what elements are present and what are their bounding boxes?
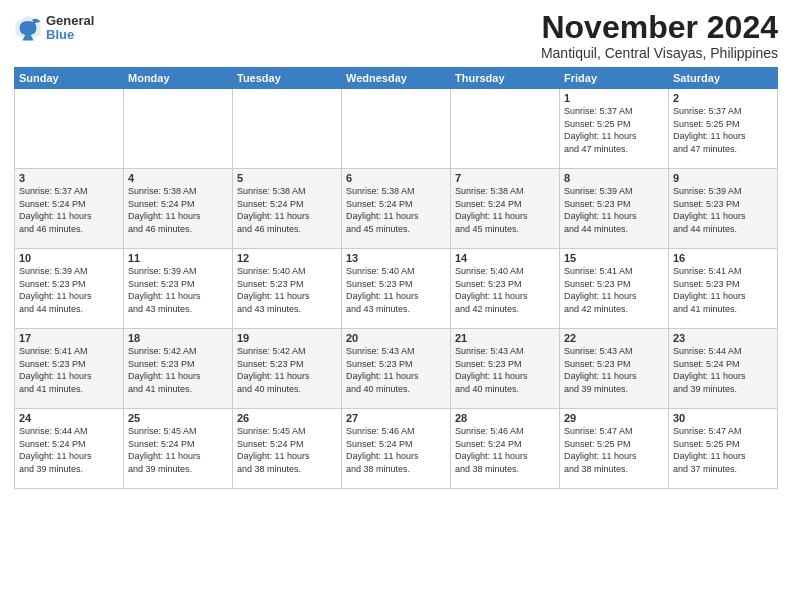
col-saturday: Saturday — [669, 68, 778, 89]
day-number: 11 — [128, 252, 228, 264]
table-row — [233, 89, 342, 169]
day-info: Sunrise: 5:43 AM Sunset: 5:23 PM Dayligh… — [346, 345, 446, 395]
day-info: Sunrise: 5:40 AM Sunset: 5:23 PM Dayligh… — [455, 265, 555, 315]
day-info: Sunrise: 5:37 AM Sunset: 5:25 PM Dayligh… — [673, 105, 773, 155]
day-info: Sunrise: 5:39 AM Sunset: 5:23 PM Dayligh… — [128, 265, 228, 315]
day-number: 16 — [673, 252, 773, 264]
day-number: 2 — [673, 92, 773, 104]
table-row: 30Sunrise: 5:47 AM Sunset: 5:25 PM Dayli… — [669, 409, 778, 489]
logo-general: General — [46, 14, 94, 28]
calendar-week-3: 10Sunrise: 5:39 AM Sunset: 5:23 PM Dayli… — [15, 249, 778, 329]
col-friday: Friday — [560, 68, 669, 89]
day-info: Sunrise: 5:45 AM Sunset: 5:24 PM Dayligh… — [128, 425, 228, 475]
table-row: 8Sunrise: 5:39 AM Sunset: 5:23 PM Daylig… — [560, 169, 669, 249]
day-number: 12 — [237, 252, 337, 264]
table-row: 29Sunrise: 5:47 AM Sunset: 5:25 PM Dayli… — [560, 409, 669, 489]
title-section: November 2024 Mantiquil, Central Visayas… — [541, 10, 778, 61]
day-number: 24 — [19, 412, 119, 424]
table-row: 1Sunrise: 5:37 AM Sunset: 5:25 PM Daylig… — [560, 89, 669, 169]
day-info: Sunrise: 5:38 AM Sunset: 5:24 PM Dayligh… — [237, 185, 337, 235]
table-row: 2Sunrise: 5:37 AM Sunset: 5:25 PM Daylig… — [669, 89, 778, 169]
month-title: November 2024 — [541, 10, 778, 45]
day-info: Sunrise: 5:44 AM Sunset: 5:24 PM Dayligh… — [19, 425, 119, 475]
table-row: 22Sunrise: 5:43 AM Sunset: 5:23 PM Dayli… — [560, 329, 669, 409]
day-number: 25 — [128, 412, 228, 424]
day-number: 8 — [564, 172, 664, 184]
day-info: Sunrise: 5:39 AM Sunset: 5:23 PM Dayligh… — [564, 185, 664, 235]
day-info: Sunrise: 5:38 AM Sunset: 5:24 PM Dayligh… — [346, 185, 446, 235]
logo-icon — [14, 14, 42, 42]
day-info: Sunrise: 5:43 AM Sunset: 5:23 PM Dayligh… — [564, 345, 664, 395]
table-row: 23Sunrise: 5:44 AM Sunset: 5:24 PM Dayli… — [669, 329, 778, 409]
table-row: 3Sunrise: 5:37 AM Sunset: 5:24 PM Daylig… — [15, 169, 124, 249]
day-number: 9 — [673, 172, 773, 184]
table-row: 12Sunrise: 5:40 AM Sunset: 5:23 PM Dayli… — [233, 249, 342, 329]
table-row — [342, 89, 451, 169]
day-info: Sunrise: 5:38 AM Sunset: 5:24 PM Dayligh… — [455, 185, 555, 235]
day-number: 19 — [237, 332, 337, 344]
day-number: 27 — [346, 412, 446, 424]
table-row: 16Sunrise: 5:41 AM Sunset: 5:23 PM Dayli… — [669, 249, 778, 329]
day-number: 14 — [455, 252, 555, 264]
day-info: Sunrise: 5:42 AM Sunset: 5:23 PM Dayligh… — [128, 345, 228, 395]
col-monday: Monday — [124, 68, 233, 89]
table-row: 9Sunrise: 5:39 AM Sunset: 5:23 PM Daylig… — [669, 169, 778, 249]
col-sunday: Sunday — [15, 68, 124, 89]
day-info: Sunrise: 5:45 AM Sunset: 5:24 PM Dayligh… — [237, 425, 337, 475]
day-number: 23 — [673, 332, 773, 344]
table-row: 4Sunrise: 5:38 AM Sunset: 5:24 PM Daylig… — [124, 169, 233, 249]
calendar-week-1: 1Sunrise: 5:37 AM Sunset: 5:25 PM Daylig… — [15, 89, 778, 169]
day-info: Sunrise: 5:40 AM Sunset: 5:23 PM Dayligh… — [237, 265, 337, 315]
table-row: 18Sunrise: 5:42 AM Sunset: 5:23 PM Dayli… — [124, 329, 233, 409]
day-number: 30 — [673, 412, 773, 424]
location-title: Mantiquil, Central Visayas, Philippines — [541, 45, 778, 61]
table-row — [124, 89, 233, 169]
table-row: 10Sunrise: 5:39 AM Sunset: 5:23 PM Dayli… — [15, 249, 124, 329]
day-info: Sunrise: 5:37 AM Sunset: 5:25 PM Dayligh… — [564, 105, 664, 155]
day-number: 18 — [128, 332, 228, 344]
day-number: 22 — [564, 332, 664, 344]
table-row: 7Sunrise: 5:38 AM Sunset: 5:24 PM Daylig… — [451, 169, 560, 249]
table-row: 13Sunrise: 5:40 AM Sunset: 5:23 PM Dayli… — [342, 249, 451, 329]
col-tuesday: Tuesday — [233, 68, 342, 89]
calendar-week-2: 3Sunrise: 5:37 AM Sunset: 5:24 PM Daylig… — [15, 169, 778, 249]
day-number: 15 — [564, 252, 664, 264]
calendar-week-5: 24Sunrise: 5:44 AM Sunset: 5:24 PM Dayli… — [15, 409, 778, 489]
day-number: 4 — [128, 172, 228, 184]
logo-blue: Blue — [46, 28, 94, 42]
table-row: 11Sunrise: 5:39 AM Sunset: 5:23 PM Dayli… — [124, 249, 233, 329]
day-number: 13 — [346, 252, 446, 264]
day-number: 21 — [455, 332, 555, 344]
day-number: 28 — [455, 412, 555, 424]
day-info: Sunrise: 5:44 AM Sunset: 5:24 PM Dayligh… — [673, 345, 773, 395]
day-info: Sunrise: 5:41 AM Sunset: 5:23 PM Dayligh… — [673, 265, 773, 315]
day-info: Sunrise: 5:42 AM Sunset: 5:23 PM Dayligh… — [237, 345, 337, 395]
table-row — [451, 89, 560, 169]
table-row — [15, 89, 124, 169]
table-row: 20Sunrise: 5:43 AM Sunset: 5:23 PM Dayli… — [342, 329, 451, 409]
day-info: Sunrise: 5:40 AM Sunset: 5:23 PM Dayligh… — [346, 265, 446, 315]
calendar-week-4: 17Sunrise: 5:41 AM Sunset: 5:23 PM Dayli… — [15, 329, 778, 409]
day-number: 7 — [455, 172, 555, 184]
table-row: 28Sunrise: 5:46 AM Sunset: 5:24 PM Dayli… — [451, 409, 560, 489]
day-info: Sunrise: 5:47 AM Sunset: 5:25 PM Dayligh… — [673, 425, 773, 475]
day-info: Sunrise: 5:38 AM Sunset: 5:24 PM Dayligh… — [128, 185, 228, 235]
calendar-table: Sunday Monday Tuesday Wednesday Thursday… — [14, 67, 778, 489]
day-number: 1 — [564, 92, 664, 104]
day-number: 26 — [237, 412, 337, 424]
day-info: Sunrise: 5:39 AM Sunset: 5:23 PM Dayligh… — [673, 185, 773, 235]
table-row: 25Sunrise: 5:45 AM Sunset: 5:24 PM Dayli… — [124, 409, 233, 489]
header: General Blue November 2024 Mantiquil, Ce… — [14, 10, 778, 61]
table-row: 27Sunrise: 5:46 AM Sunset: 5:24 PM Dayli… — [342, 409, 451, 489]
day-number: 5 — [237, 172, 337, 184]
table-row: 21Sunrise: 5:43 AM Sunset: 5:23 PM Dayli… — [451, 329, 560, 409]
logo: General Blue — [14, 14, 94, 43]
day-number: 29 — [564, 412, 664, 424]
table-row: 17Sunrise: 5:41 AM Sunset: 5:23 PM Dayli… — [15, 329, 124, 409]
day-number: 3 — [19, 172, 119, 184]
day-number: 17 — [19, 332, 119, 344]
day-info: Sunrise: 5:46 AM Sunset: 5:24 PM Dayligh… — [455, 425, 555, 475]
calendar-header-row: Sunday Monday Tuesday Wednesday Thursday… — [15, 68, 778, 89]
day-info: Sunrise: 5:46 AM Sunset: 5:24 PM Dayligh… — [346, 425, 446, 475]
logo-text: General Blue — [46, 14, 94, 43]
